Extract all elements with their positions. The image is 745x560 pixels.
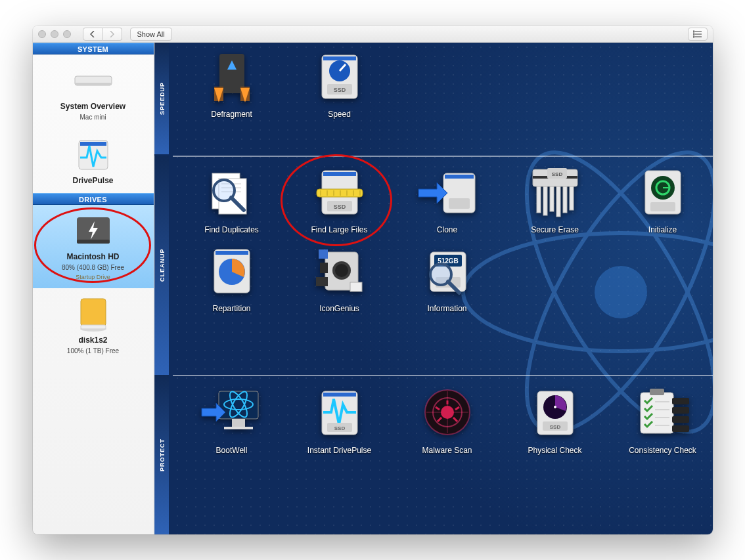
tool-label: Speed	[328, 110, 351, 119]
close-icon[interactable]	[38, 30, 46, 38]
sidebar-item-label: DrivePulse	[72, 176, 113, 185]
tool-physical-check[interactable]: SSD Physical Check	[503, 381, 608, 455]
tool-label: Secure Erase	[531, 225, 579, 234]
svg-rect-76	[320, 263, 328, 273]
svg-rect-54	[537, 186, 541, 213]
svg-text:SSD: SSD	[333, 204, 346, 210]
svg-text:SSD: SSD	[334, 425, 345, 431]
tool-label: IconGenius	[319, 304, 359, 313]
sidebar-item-macintosh-hd[interactable]: Macintosh HD 80% (400.8 GB) Free Startup…	[33, 205, 154, 288]
app-window: Show All SYSTEM System Overview Mac mini…	[33, 26, 713, 534]
tool-instant-drivepulse[interactable]: SSD Instant DrivePulse	[287, 381, 392, 455]
find-large-files-icon: SSD	[307, 163, 372, 221]
tool-label: Consistency Check	[629, 446, 696, 455]
tool-label: Information	[427, 304, 466, 313]
sidebar-item-sublabel: 100% (1 TB) Free	[67, 347, 119, 355]
tool-speed[interactable]: SSD Speed	[287, 45, 392, 119]
malware-scan-icon	[415, 384, 480, 442]
svg-rect-88	[224, 427, 253, 429]
svg-rect-55	[543, 186, 547, 215]
tool-icongenius[interactable]: IconGenius	[287, 240, 392, 313]
svg-rect-11	[77, 240, 110, 244]
tool-label: Clone	[437, 225, 457, 234]
svg-rect-38	[323, 172, 356, 176]
forward-button[interactable]	[102, 28, 122, 41]
svg-rect-117	[672, 416, 689, 423]
svg-point-72	[335, 264, 348, 277]
tool-initialize[interactable]: Initialize	[610, 161, 713, 234]
sidebar-item-label: disk1s2	[78, 335, 107, 345]
svg-point-5	[693, 36, 694, 37]
svg-point-106	[554, 406, 556, 408]
sidebar-section-drives: DRIVES	[33, 193, 154, 205]
section-speedup: Defragment SSD Speed	[173, 43, 713, 121]
svg-rect-73	[319, 249, 328, 259]
sidebar-item-sublabel: 80% (400.8 GB) Free	[62, 264, 124, 271]
svg-rect-109	[641, 393, 673, 433]
information-icon: 512GB	[415, 242, 480, 300]
traffic-lights	[38, 30, 71, 38]
svg-text:SSD: SSD	[549, 424, 560, 430]
tool-bootwell[interactable]: BootWell	[179, 381, 284, 455]
svg-rect-57	[556, 186, 560, 217]
tool-find-large-files[interactable]: SSD Find Large Files	[287, 161, 392, 234]
svg-rect-68	[215, 251, 248, 255]
svg-rect-50	[445, 175, 474, 179]
sidebar-item-note: Startup Drive	[76, 274, 110, 280]
tool-find-duplicates[interactable]: Find Duplicates	[179, 161, 284, 234]
tool-label: Repartition	[212, 304, 250, 313]
svg-rect-26	[323, 56, 356, 60]
instant-drivepulse-icon: SSD	[307, 384, 372, 442]
sidebar-item-system-overview[interactable]: System Overview Mac mini	[33, 54, 154, 129]
svg-rect-75	[350, 282, 362, 291]
tool-label: Defragment	[211, 110, 252, 119]
tool-malware-scan[interactable]: Malware Scan	[395, 381, 500, 455]
show-all-button[interactable]: Show All	[130, 28, 172, 41]
tool-label: BootWell	[216, 446, 248, 455]
tool-label: Find Duplicates	[204, 225, 259, 234]
content-area: SPEEDUP Defragment SSD Speed CLEANUP	[154, 43, 713, 534]
svg-rect-116	[672, 407, 689, 414]
zoom-icon[interactable]	[63, 30, 71, 38]
defragment-icon	[199, 48, 265, 106]
svg-text:SSD: SSD	[551, 171, 562, 177]
section-cleanup: Find Duplicates SSD Find Large Files Clo…	[173, 158, 713, 316]
tool-defragment[interactable]: Defragment	[179, 45, 284, 119]
tool-label: Initialize	[648, 225, 677, 234]
icongenius-icon	[307, 242, 372, 300]
svg-rect-90	[323, 393, 356, 397]
svg-rect-74	[316, 277, 328, 286]
tool-clone[interactable]: Clone	[395, 161, 500, 234]
svg-rect-7	[75, 83, 112, 85]
divider	[173, 156, 713, 157]
sidebar-item-drivepulse[interactable]: DrivePulse	[33, 129, 154, 193]
tool-label: Malware Scan	[422, 446, 472, 455]
drivepulse-icon	[70, 137, 116, 173]
divider	[173, 375, 713, 376]
tool-information[interactable]: 512GB Information	[395, 240, 500, 313]
svg-rect-66	[650, 202, 675, 211]
sidebar: SYSTEM System Overview Mac mini DrivePul…	[33, 43, 154, 534]
section-label-cleanup: CLEANUP	[154, 156, 169, 375]
svg-text:SSD: SSD	[333, 87, 346, 93]
tool-label: Find Large Files	[311, 225, 367, 234]
sidebar-item-disk1s2[interactable]: disk1s2 100% (1 TB) Free	[33, 288, 154, 362]
list-view-button[interactable]	[688, 28, 708, 41]
minimize-icon[interactable]	[51, 30, 58, 38]
svg-rect-39	[317, 189, 363, 197]
tool-secure-erase[interactable]: SSD Secure Erase	[503, 161, 608, 234]
clone-icon	[415, 163, 480, 221]
svg-rect-51	[449, 198, 470, 209]
svg-point-3	[693, 31, 694, 32]
titlebar: Show All	[33, 26, 713, 43]
section-label-speedup: SPEEDUP	[154, 43, 169, 154]
consistency-check-icon	[630, 384, 696, 442]
svg-rect-14	[81, 325, 106, 329]
svg-rect-56	[550, 186, 554, 211]
svg-rect-118	[672, 425, 689, 432]
tool-repartition[interactable]: Repartition	[179, 240, 284, 313]
svg-point-98	[441, 406, 454, 419]
sidebar-item-label: System Overview	[60, 102, 125, 111]
tool-consistency-check[interactable]: Consistency Check	[610, 381, 713, 455]
back-button[interactable]	[83, 28, 102, 41]
